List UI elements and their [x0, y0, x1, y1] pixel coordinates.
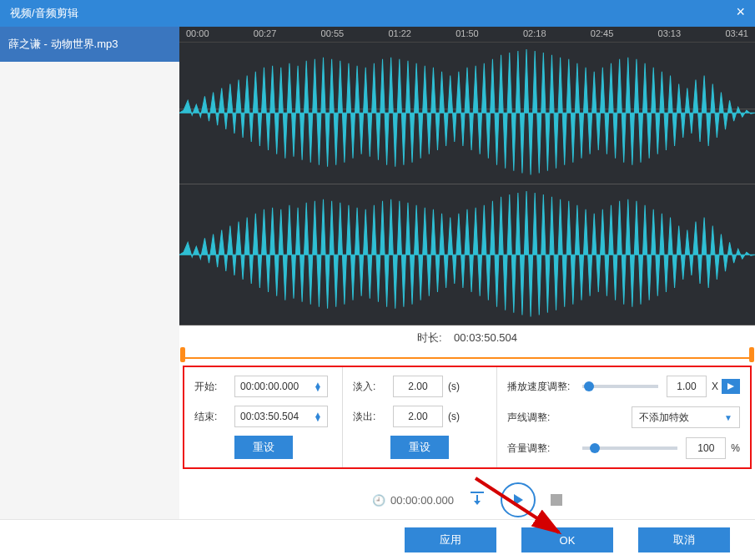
playback-bar: 🕘 00:00:00.000 [179, 472, 755, 524]
ok-button[interactable]: OK [521, 527, 613, 552]
sidebar: 薛之谦 - 动物世界.mp3 [0, 27, 179, 519]
waveform-left [179, 43, 755, 184]
spinner-icon[interactable]: ▲▼ [314, 412, 322, 421]
waveform-display[interactable] [179, 42, 755, 325]
speed-slider[interactable] [582, 385, 658, 388]
duration-bar: 时长: 00:03:50.504 [179, 325, 755, 351]
start-label: 开始: [194, 380, 234, 394]
play-button[interactable] [501, 482, 536, 517]
start-time-input[interactable]: 00:00:00.000 ▲▼ [234, 376, 328, 397]
reset-trim-button[interactable]: 重设 [234, 436, 293, 459]
stop-button[interactable] [551, 494, 562, 506]
export-icon[interactable] [469, 492, 486, 508]
speed-unit: X [712, 381, 718, 392]
close-icon[interactable]: × [736, 3, 745, 21]
titlebar: 视频/音频剪辑 × [0, 0, 755, 27]
apply-button[interactable]: 应用 [405, 527, 496, 552]
waveform-right [179, 184, 755, 325]
voice-label: 声线调整: [507, 411, 582, 425]
playback-time: 00:00:00.000 [390, 494, 454, 507]
duration-value: 00:03:50.504 [454, 331, 517, 344]
trim-handle-left[interactable] [180, 347, 185, 362]
footer: 应用 OK 取消 [0, 519, 755, 560]
window-title: 视频/音频剪辑 [10, 6, 78, 21]
voice-effect-select[interactable]: 不添加特效 ▼ [632, 406, 740, 428]
volume-slider[interactable] [582, 446, 677, 450]
fadeout-unit: (s) [448, 411, 460, 422]
speed-label: 播放速度调整: [507, 380, 582, 394]
fadeout-label: 淡出: [353, 410, 393, 424]
time-ruler: 00:00 00:27 00:55 01:22 01:50 02:18 02:4… [179, 27, 755, 42]
fadeout-input[interactable]: 2.00 [393, 406, 443, 427]
spinner-icon[interactable]: ▲▼ [314, 382, 322, 391]
volume-unit: % [731, 442, 740, 454]
cancel-button[interactable]: 取消 [638, 527, 730, 552]
chevron-down-icon: ▼ [724, 413, 732, 422]
end-label: 结束: [194, 410, 234, 424]
clock-icon: 🕘 [372, 494, 385, 507]
fadein-label: 淡入: [353, 380, 393, 394]
fadein-unit: (s) [448, 381, 460, 392]
file-list-item[interactable]: 薛之谦 - 动物世界.mp3 [0, 27, 179, 62]
duration-label: 时长: [417, 331, 442, 344]
fadein-input[interactable]: 2.00 [393, 376, 443, 397]
speed-input[interactable]: 1.00 [667, 376, 707, 397]
trim-handle-right[interactable] [749, 347, 754, 362]
volume-label: 音量调整: [507, 441, 582, 456]
end-time-input[interactable]: 00:03:50.504 ▲▼ [234, 406, 328, 427]
preview-speed-icon[interactable] [722, 379, 740, 394]
timeline: 00:00 00:27 00:55 01:22 01:50 02:18 02:4… [179, 27, 755, 359]
trim-range[interactable] [181, 351, 753, 359]
volume-input[interactable]: 100 [686, 437, 726, 459]
controls-panel: 开始: 00:00:00.000 ▲▼ 结束: 00:03:50.504 ▲▼ … [183, 366, 752, 469]
reset-fade-button[interactable]: 重设 [390, 436, 449, 459]
